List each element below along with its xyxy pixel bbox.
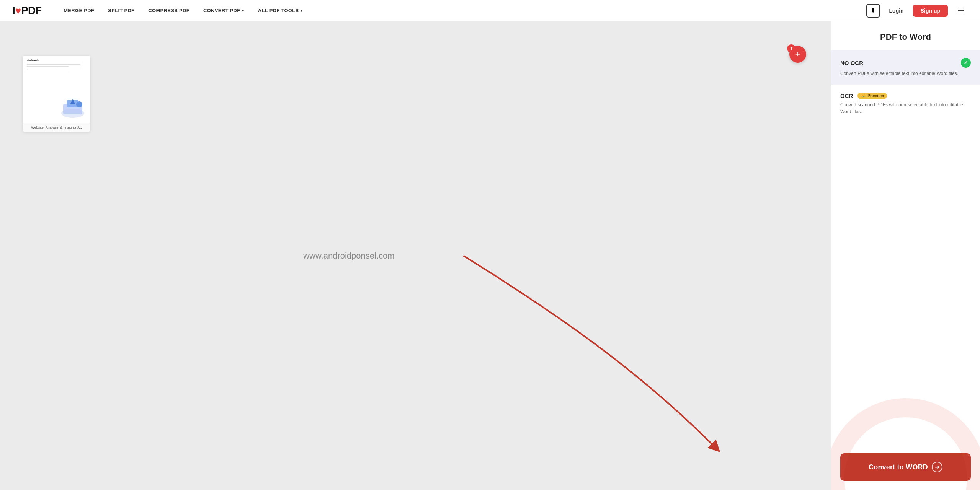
no-ocr-option[interactable]: NO OCR ✓ Convert PDFs with selectable te… bbox=[831, 50, 980, 85]
signup-button[interactable]: Sign up bbox=[913, 5, 948, 17]
convert-pdf-chevron-icon: ▾ bbox=[242, 8, 244, 13]
ocr-header: OCR 👑 Premium bbox=[840, 93, 971, 99]
canvas-area: 1 + similarweb bbox=[0, 21, 831, 490]
logo-text: I♥PDF bbox=[12, 5, 41, 17]
ocr-description: Convert scanned PDFs with non-selectable… bbox=[840, 101, 971, 115]
download-app-button[interactable]: ⬇ bbox=[866, 4, 880, 18]
pdf-thumb-header: similarweb bbox=[23, 56, 90, 63]
convert-button-label: Convert to WORD bbox=[869, 463, 928, 471]
pdf-preview-image: similarweb bbox=[23, 56, 90, 123]
pdf-line bbox=[27, 72, 69, 72]
sidebar-spacer bbox=[831, 123, 980, 444]
nav-compress-pdf[interactable]: COMPRESS PDF bbox=[141, 0, 196, 21]
pdf-content: similarweb bbox=[23, 56, 90, 123]
premium-label: Premium bbox=[867, 94, 884, 98]
nav-merge-pdf[interactable]: MERGE PDF bbox=[57, 0, 101, 21]
annotation-arrow bbox=[0, 21, 831, 490]
premium-badge: 👑 Premium bbox=[858, 93, 887, 99]
nav-all-tools[interactable]: ALL PDF TOOLS ▾ bbox=[251, 0, 310, 21]
watermark-text: www.androidponsel.com bbox=[303, 251, 394, 261]
svg-point-3 bbox=[76, 101, 82, 107]
hamburger-menu-button[interactable]: ☰ bbox=[954, 4, 968, 18]
pdf-similarweb-logo: similarweb bbox=[27, 59, 39, 61]
nav-split-pdf[interactable]: SPLIT PDF bbox=[101, 0, 141, 21]
no-ocr-header: NO OCR ✓ bbox=[840, 58, 971, 68]
main-layout: 1 + similarweb bbox=[0, 21, 980, 490]
sidebar-title: PDF to Word bbox=[840, 32, 971, 42]
convert-arrow-icon: ➜ bbox=[932, 462, 942, 472]
logo-heart-icon: ♥ bbox=[15, 5, 21, 16]
ocr-title: OCR bbox=[840, 93, 853, 99]
pdf-line bbox=[27, 64, 80, 65]
no-ocr-title: NO OCR bbox=[840, 60, 863, 66]
no-ocr-check-icon: ✓ bbox=[961, 58, 971, 68]
plus-icon: + bbox=[795, 49, 800, 59]
file-count-badge: 1 bbox=[787, 44, 795, 53]
pdf-line bbox=[27, 66, 69, 67]
convert-to-word-button[interactable]: Convert to WORD ➜ bbox=[840, 453, 971, 481]
header: I♥PDF MERGE PDF SPLIT PDF COMPRESS PDF C… bbox=[0, 0, 980, 21]
sidebar-header: PDF to Word bbox=[831, 21, 980, 50]
nav-convert-pdf[interactable]: CONVERT PDF ▾ bbox=[196, 0, 251, 21]
pdf-thumb-lines bbox=[23, 64, 90, 72]
download-icon: ⬇ bbox=[871, 7, 875, 14]
header-right: ⬇ Login Sign up ☰ bbox=[866, 4, 968, 18]
pdf-filename: Website_Analysis_&_Insights.J... bbox=[23, 123, 90, 132]
crown-icon: 👑 bbox=[861, 93, 866, 98]
ocr-option[interactable]: OCR 👑 Premium Convert scanned PDFs with … bbox=[831, 85, 980, 123]
sidebar: PDF to Word NO OCR ✓ Convert PDFs with s… bbox=[831, 21, 980, 490]
sidebar-bottom: Convert to WORD ➜ bbox=[831, 444, 980, 490]
no-ocr-description: Convert PDFs with selectable text into e… bbox=[840, 70, 971, 77]
logo[interactable]: I♥PDF bbox=[12, 5, 41, 17]
pdf-thumbnail[interactable]: similarweb bbox=[23, 56, 90, 132]
pdf-line bbox=[27, 70, 80, 70]
all-tools-chevron-icon: ▾ bbox=[301, 8, 302, 13]
main-nav: MERGE PDF SPLIT PDF COMPRESS PDF CONVERT… bbox=[57, 0, 866, 21]
hamburger-icon: ☰ bbox=[957, 6, 964, 15]
pdf-line bbox=[27, 68, 57, 68]
pdf-graphic bbox=[59, 96, 86, 119]
login-button[interactable]: Login bbox=[886, 8, 907, 14]
